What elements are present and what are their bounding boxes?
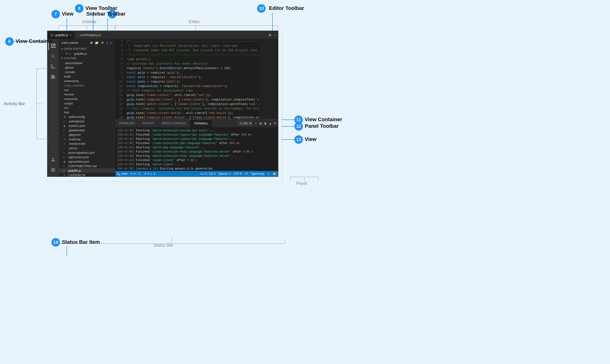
- file-gulpfile[interactable]: ▪ gulpfile.js: [59, 168, 115, 173]
- refresh-icon[interactable]: ↺: [101, 41, 104, 45]
- editor-bracket: [115, 26, 278, 29]
- panel-tab-terminal[interactable]: TERMINAL: [190, 119, 212, 127]
- new-folder-icon[interactable]: 📁: [95, 41, 99, 45]
- code-editor[interactable]: /*--------------------------------------…: [125, 39, 259, 119]
- badge10-line: [272, 13, 273, 31]
- status-sync[interactable]: ⟳ 0 ↑ 1↓: [131, 172, 141, 175]
- folder-label: .github: [64, 66, 73, 69]
- file-editorconfig[interactable]: ⚙ .editorconfig: [59, 115, 115, 119]
- tab-gulpfile[interactable]: ⬛ gulpfile.js ✕: [47, 31, 75, 39]
- activity-bar-bracket-line: [37, 104, 42, 104]
- status-line-ending[interactable]: LF: [245, 172, 248, 175]
- sidebar-header-icons: ⊕ 📁 ↺ ⋮⋮: [90, 41, 113, 45]
- folder-test[interactable]: › test: [59, 110, 115, 115]
- status-language[interactable]: TypeScript: [251, 172, 264, 175]
- folder-scripts[interactable]: › scripts: [59, 101, 115, 106]
- file-icon: ≡: [64, 138, 67, 141]
- folder-src[interactable]: › src: [59, 106, 115, 110]
- folder-label: remote: [64, 93, 74, 96]
- maximize-panel-icon[interactable]: ▲: [269, 122, 272, 125]
- badge-12: 12: [294, 122, 303, 130]
- activity-source-control[interactable]: [48, 62, 58, 71]
- status-notification[interactable]: 🔔: [273, 172, 276, 175]
- file-contributing[interactable]: ▪ CONTRIBUTING.md: [59, 164, 115, 168]
- file-icon: ●: [64, 124, 67, 128]
- activity-account[interactable]: [48, 155, 58, 164]
- folder-node-modules[interactable]: › node_modules: [59, 83, 115, 88]
- panel-tab-output[interactable]: OUTPUT: [139, 119, 158, 127]
- tab-colorregistry[interactable]: ▪ colorRegistry.ts: [75, 31, 104, 39]
- editor-body: EXPLORER ⊕ 📁 ↺ ⋮⋮ ▾ OPEN EDITORS ✕ ▪ gul…: [47, 39, 278, 177]
- split-terminal-icon[interactable]: ⊞: [259, 122, 262, 125]
- folder-devcontainer[interactable]: › .devcontainer: [59, 61, 115, 65]
- file-azure-pipelines[interactable]: ▪ azure-pipelines.yml: [59, 150, 115, 155]
- file-mailmap[interactable]: ≡ .mailmap: [59, 137, 115, 142]
- file-cgmanifest[interactable]: ● cgmanifest.json: [59, 159, 115, 164]
- file-close-icon[interactable]: ✕: [65, 52, 67, 55]
- error-icon: ✕: [144, 172, 146, 175]
- folder-label: scripts: [64, 102, 73, 105]
- status-feedback[interactable]: ☺: [267, 172, 270, 175]
- badge-7: 7: [52, 10, 60, 18]
- more-actions-icon[interactable]: ···: [273, 33, 276, 37]
- panel: PROBLEMS OUTPUT DEBUG CONSOLE TERMINAL 1…: [115, 119, 278, 171]
- label-panel-toolbar: Panel Toolbar: [305, 123, 339, 129]
- new-terminal-icon[interactable]: ＋: [254, 121, 257, 125]
- folder-out[interactable]: › out: [59, 88, 115, 92]
- tab-close-icon[interactable]: ✕: [69, 33, 71, 37]
- status-branch[interactable]: main: [117, 172, 128, 175]
- file-gitignore[interactable]: ▪ .gitignore: [59, 132, 115, 137]
- new-file-icon[interactable]: ⊕: [90, 41, 93, 45]
- explorer-title: EXPLORER: [62, 41, 79, 44]
- folder-github[interactable]: › .github: [59, 65, 115, 70]
- file-license[interactable]: ≡ LICENSE.txt: [59, 173, 115, 177]
- file-eslintignore[interactable]: ▪ .eslintignore: [59, 119, 115, 124]
- spaces-text: Spaces: 2: [218, 172, 231, 175]
- code-content[interactable]: 1234 5678 9101112 13141516 17181920 2122…: [115, 39, 278, 119]
- open-editors-section[interactable]: ▾ OPEN EDITORS: [59, 46, 115, 52]
- folder-build[interactable]: › build: [59, 74, 115, 79]
- activity-settings[interactable]: [48, 165, 58, 175]
- split-editor-icon[interactable]: ⊞: [269, 33, 271, 37]
- label-view-panel: View: [305, 136, 317, 143]
- file-gitattributes[interactable]: ▪ .gitattributes: [59, 128, 115, 132]
- activity-extensions[interactable]: [48, 72, 58, 82]
- file-label: azure-pipelines.yml: [68, 151, 94, 155]
- status-bar-region-label: Status Bar: [153, 243, 173, 248]
- folder-remote[interactable]: › remote: [59, 92, 115, 97]
- terminal-content[interactable]: [09:43:30] Starting 'watch-extension:vsc…: [115, 128, 278, 171]
- file-cglicenses[interactable]: ▪ cglicenses.json: [59, 155, 115, 159]
- folder-chevron: ›: [63, 75, 63, 78]
- trash-icon[interactable]: 🗑: [264, 122, 267, 125]
- activity-search[interactable]: [48, 52, 58, 61]
- panel-tabs: PROBLEMS OUTPUT DEBUG CONSOLE TERMINAL 1…: [115, 119, 278, 128]
- file-eslintrs[interactable]: ● .eslintrs.json: [59, 124, 115, 128]
- status-encoding[interactable]: UTF-8: [234, 172, 242, 175]
- folder-resources[interactable]: › resources: [59, 97, 115, 101]
- sidebar: EXPLORER ⊕ 📁 ↺ ⋮⋮ ▾ OPEN EDITORS ✕ ▪ gul…: [59, 39, 115, 177]
- status-spaces[interactable]: Spaces: 2: [218, 172, 231, 175]
- ts-file-icon: ▪: [77, 33, 78, 37]
- file-icon: ▪: [64, 169, 67, 172]
- file-label: .yarnrc: [68, 146, 78, 150]
- status-errors[interactable]: ✕ 0 ⚠ 0: [144, 172, 155, 175]
- file-mention-bot[interactable]: ≡ .mention-bot: [59, 142, 115, 146]
- badge12-line: [281, 126, 294, 127]
- folder-vscode[interactable]: › .vscode: [59, 70, 115, 74]
- position-text: Ln 17, Col 3: [200, 172, 216, 175]
- status-position[interactable]: Ln 17, Col 3: [200, 172, 216, 175]
- file-label: .gitignore: [68, 133, 81, 136]
- panel-tab-debug-console[interactable]: DEBUG CONSOLE: [158, 119, 190, 127]
- panel-tab-problems[interactable]: PROBLEMS: [115, 119, 139, 127]
- file-yarnrc[interactable]: ▪ .yarnrc: [59, 146, 115, 150]
- open-file-gulpfile[interactable]: ✕ ▪ gulpfile.js: [59, 52, 115, 56]
- shell-select[interactable]: 1: zsh: [238, 121, 252, 126]
- vscode-section[interactable]: ▾ VSCODE: [59, 56, 115, 61]
- folder-label: src: [64, 106, 68, 110]
- collapse-all-icon[interactable]: ⋮⋮: [106, 41, 113, 45]
- close-panel-icon[interactable]: ✕: [274, 122, 276, 125]
- folder-extensions[interactable]: › extensions: [59, 79, 115, 83]
- terminal-line: [09:43:36] Finished 'clean-extension:php…: [117, 141, 276, 145]
- terminal-line: [09:43:30] Starting 'watch-extension:vsc…: [117, 129, 276, 133]
- folder-label: .devcontainer: [64, 61, 82, 65]
